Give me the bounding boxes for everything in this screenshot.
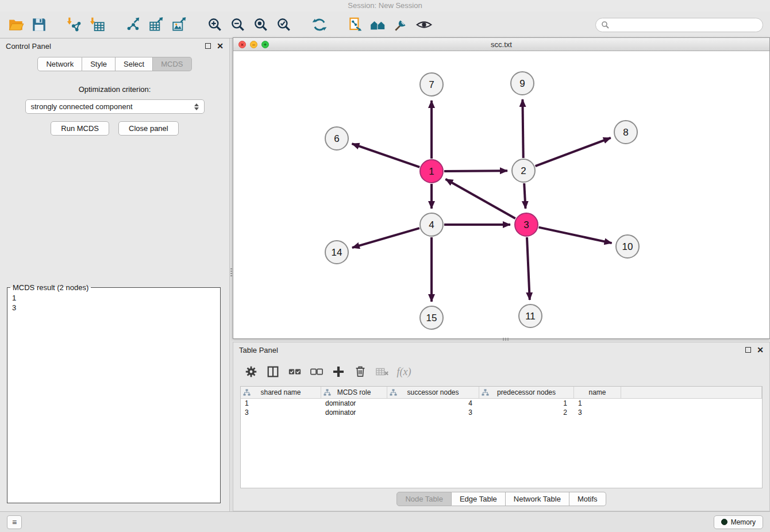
search-box[interactable] — [595, 18, 763, 32]
svg-text:4: 4 — [429, 219, 434, 230]
column-header-name[interactable]: name — [574, 387, 621, 398]
save-icon[interactable] — [30, 16, 48, 34]
table-cell[interactable]: 3 — [241, 408, 321, 417]
table-cell[interactable]: dominator — [321, 399, 387, 408]
home-icon[interactable] — [369, 16, 387, 34]
table-cell[interactable]: 4 — [387, 399, 479, 408]
close-panel-button[interactable]: Close panel — [118, 121, 179, 136]
graph-edge-1-6[interactable] — [352, 144, 420, 167]
table-row[interactable]: 3dominator323 — [241, 408, 762, 417]
horizontal-splitter-handle[interactable] — [502, 338, 510, 341]
close-table-panel-icon[interactable]: ✕ — [757, 347, 764, 353]
zoom-in-icon[interactable] — [206, 16, 224, 34]
svg-text:14: 14 — [332, 247, 342, 258]
run-mcds-button[interactable]: Run MCDS — [51, 121, 109, 136]
task-history-icon[interactable]: ≡ — [7, 515, 22, 529]
tab-motifs[interactable]: Motifs — [569, 492, 606, 506]
zoom-fit-icon[interactable] — [252, 16, 270, 34]
control-panel-header: Control Panel ✕ — [0, 38, 229, 53]
network-canvas[interactable]: 7968124314101511 — [233, 51, 769, 338]
svg-text:10: 10 — [622, 241, 633, 252]
split-columns-icon[interactable] — [263, 363, 283, 380]
graph-edge-3-1[interactable] — [445, 179, 515, 219]
criterion-dropdown[interactable]: strongly connected component — [25, 99, 205, 114]
unselect-all-icon[interactable] — [307, 363, 326, 380]
column-header-predecessor-nodes[interactable]: predecessor nodes — [479, 387, 574, 398]
graph-edge-3-10[interactable] — [539, 228, 612, 244]
table-cell[interactable]: 2 — [479, 408, 574, 417]
graph-node-1[interactable]: 1 — [420, 160, 443, 183]
close-panel-icon[interactable]: ✕ — [217, 43, 224, 49]
table-header-row: shared name MCDS role successor nodes pr… — [241, 387, 762, 399]
refresh-icon[interactable] — [310, 16, 329, 34]
graph-edge-3-11[interactable] — [527, 237, 530, 300]
tab-edge-table[interactable]: Edge Table — [452, 492, 506, 506]
duplicate-network-icon[interactable] — [346, 16, 364, 34]
network-window-titlebar[interactable]: × − + scc.txt — [233, 38, 769, 51]
status-bar: ≡ Memory — [0, 511, 770, 532]
graph-node-11[interactable]: 11 — [519, 304, 542, 327]
search-icon — [601, 21, 609, 29]
graph-node-3[interactable]: 3 — [515, 213, 538, 236]
table-cell[interactable]: 1 — [479, 399, 574, 408]
column-header-shared-name[interactable]: shared name — [241, 387, 321, 398]
graph-node-4[interactable]: 4 — [420, 213, 443, 236]
zoom-selected-icon[interactable] — [275, 16, 293, 34]
graph-edge-4-14[interactable] — [352, 228, 419, 248]
column-header-mcds-role[interactable]: MCDS role — [321, 387, 387, 398]
table-cell[interactable]: 1 — [241, 399, 321, 408]
search-input[interactable] — [612, 21, 757, 29]
table-cell[interactable]: 1 — [574, 399, 621, 408]
tab-mcds[interactable]: MCDS — [153, 57, 191, 71]
svg-text:2: 2 — [521, 165, 526, 176]
graph-edge-2-3[interactable] — [524, 183, 525, 209]
tab-network[interactable]: Network — [37, 57, 82, 71]
graph-node-8[interactable]: 8 — [614, 121, 637, 144]
main-toolbar — [0, 11, 770, 38]
network-view-window: × − + scc.txt 7968124314101511 — [233, 37, 770, 339]
delete-column-icon[interactable] — [351, 363, 370, 380]
svg-text:6: 6 — [334, 133, 339, 144]
graph-node-9[interactable]: 9 — [511, 72, 534, 95]
zoom-out-icon[interactable] — [229, 16, 247, 34]
graph-edge-2-8[interactable] — [536, 138, 611, 166]
graph-node-2[interactable]: 2 — [512, 159, 535, 182]
table-row[interactable]: 1dominator411 — [241, 399, 762, 408]
delete-table-icon[interactable] — [372, 363, 392, 380]
table-cell[interactable]: 3 — [574, 408, 621, 417]
float-table-panel-icon[interactable] — [745, 347, 751, 353]
tab-style[interactable]: Style — [82, 57, 116, 71]
graph-edge-1-2[interactable] — [444, 171, 507, 171]
import-network-icon[interactable] — [66, 16, 84, 34]
tab-select[interactable]: Select — [116, 57, 153, 71]
graph-node-6[interactable]: 6 — [325, 127, 348, 150]
import-table-icon[interactable] — [88, 16, 107, 34]
gear-icon[interactable] — [241, 363, 261, 380]
graph-node-10[interactable]: 10 — [616, 235, 639, 258]
float-panel-icon[interactable] — [205, 43, 211, 49]
table-cell[interactable]: dominator — [321, 408, 387, 417]
svg-text:1: 1 — [429, 166, 434, 177]
table-cell[interactable]: 3 — [387, 408, 479, 417]
add-column-icon[interactable] — [329, 363, 348, 380]
optimization-criterion-label: Optimization criterion: — [0, 85, 229, 94]
graph-edge-2-9[interactable] — [522, 99, 523, 158]
select-all-icon[interactable] — [285, 363, 305, 380]
eye-icon[interactable] — [415, 16, 433, 34]
tab-network-table[interactable]: Network Table — [506, 492, 569, 506]
export-network-icon[interactable] — [124, 16, 143, 34]
memory-button[interactable]: Memory — [714, 515, 763, 529]
graph-node-14[interactable]: 14 — [325, 241, 348, 264]
control-panel-tabs: Network Style Select MCDS — [0, 57, 229, 71]
tab-node-table[interactable]: Node Table — [396, 492, 452, 506]
export-table-icon[interactable] — [147, 16, 165, 34]
function-builder-icon[interactable]: f(x) — [394, 363, 414, 380]
graph-node-15[interactable]: 15 — [420, 306, 443, 329]
apply-style-icon[interactable] — [392, 16, 410, 34]
memory-status-icon — [721, 519, 727, 525]
open-folder-icon[interactable] — [7, 16, 25, 34]
column-header-successor-nodes[interactable]: successor nodes — [387, 387, 479, 398]
export-image-icon[interactable] — [170, 16, 188, 34]
graph-node-7[interactable]: 7 — [420, 73, 443, 96]
table-panel: Table Panel ✕ — [233, 342, 770, 511]
